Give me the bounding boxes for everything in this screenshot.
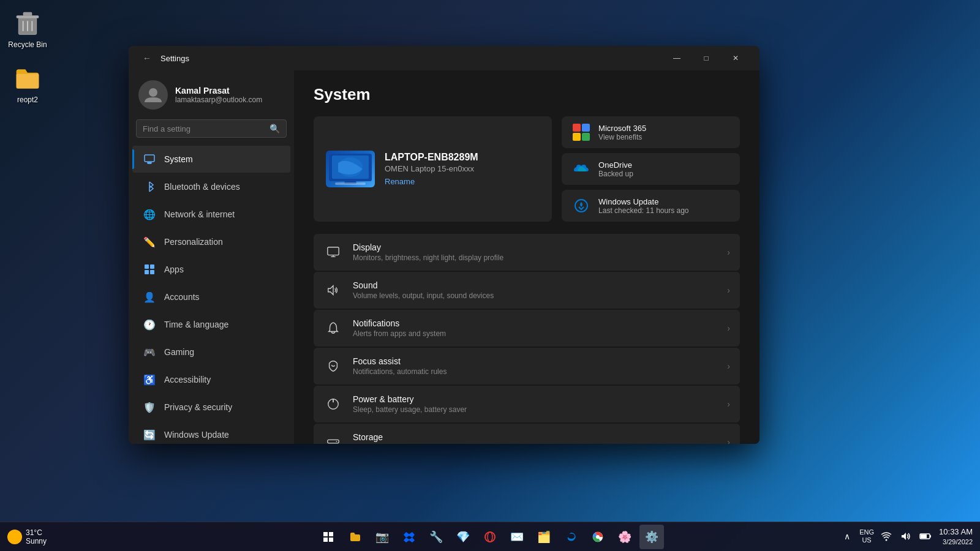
- weather-info: 31°C Sunny: [26, 528, 47, 545]
- maximize-button[interactable]: □: [692, 48, 720, 68]
- svg-rect-2: [23, 12, 32, 16]
- user-profile[interactable]: Kamal Prasat lamaktasarp@outlook.com: [129, 70, 294, 117]
- edge-button[interactable]: [559, 525, 583, 549]
- svg-rect-26: [328, 440, 339, 443]
- settings-taskbar-button[interactable]: ⚙️: [639, 525, 664, 549]
- user-info: Kamal Prasat lamaktasarp@outlook.com: [175, 86, 262, 104]
- svg-point-37: [596, 535, 600, 539]
- wifi-icon[interactable]: [878, 528, 895, 545]
- power-title: Power & battery: [353, 394, 717, 404]
- device-rename-link[interactable]: Rename: [385, 177, 478, 186]
- onedrive-status: Backed up: [598, 170, 633, 178]
- window-title: Settings: [160, 54, 663, 63]
- user-email: lamaktasarp@outlook.com: [175, 96, 262, 104]
- svg-rect-32: [323, 538, 328, 542]
- ms365-icon: [571, 122, 591, 142]
- sidebar-item-apps[interactable]: Apps: [132, 256, 290, 283]
- back-button[interactable]: ←: [138, 50, 156, 67]
- clock[interactable]: 10:33 AM 3/29/2022: [939, 527, 973, 547]
- sidebar-item-network[interactable]: 🌐 Network & internet: [132, 201, 290, 228]
- app-button-1[interactable]: 💎: [451, 525, 475, 549]
- right-panel: System: [294, 70, 760, 444]
- settings-window: ← Settings — □ ✕: [129, 46, 760, 444]
- settings-item-notifications[interactable]: Notifications Alerts from apps and syste…: [314, 310, 740, 347]
- accounts-nav-icon: 👤: [142, 290, 157, 304]
- display-icon: [323, 242, 343, 262]
- folder-desktop-icon[interactable]: reopt2: [3, 61, 52, 107]
- device-name: LAPTOP-ENB8289M: [385, 152, 478, 163]
- recycle-bin-label: Recycle Bin: [8, 40, 47, 49]
- minimize-button[interactable]: —: [663, 48, 691, 68]
- weather-sun-icon: [7, 530, 22, 544]
- ms365-status: View benefits: [598, 133, 646, 141]
- wu-info: Windows Update Last checked: 11 hours ag…: [598, 197, 688, 215]
- sidebar-item-bluetooth[interactable]: Bluetooth & devices: [132, 173, 290, 200]
- service-card-onedrive[interactable]: OneDrive Backed up: [562, 153, 740, 185]
- settings-item-storage[interactable]: Storage Storage space, drives, configura…: [314, 424, 740, 444]
- language-icon[interactable]: ENGUS: [858, 528, 875, 545]
- svg-rect-18: [344, 181, 356, 184]
- recycle-bin-image: [13, 9, 42, 38]
- wu-icon: [571, 196, 591, 216]
- onedrive-icon: [571, 159, 591, 179]
- sidebar-label-accessibility: Accessibility: [164, 375, 211, 384]
- chrome-button[interactable]: [586, 525, 610, 549]
- notifications-desc: Alerts from apps and system: [353, 329, 717, 338]
- svg-rect-13: [145, 270, 149, 274]
- sound-info: Sound Volume levels, output, input, soun…: [353, 280, 717, 300]
- sound-title: Sound: [353, 280, 717, 290]
- search-box[interactable]: 🔍: [136, 119, 287, 138]
- sidebar-label-apps: Apps: [164, 264, 184, 274]
- svg-point-38: [886, 539, 888, 541]
- sidebar-item-gaming[interactable]: 🎮 Gaming: [132, 339, 290, 365]
- ms365-name: Microsoft 365: [598, 124, 646, 133]
- user-name: Kamal Prasat: [175, 86, 262, 96]
- settings-item-display[interactable]: Display Monitors, brightness, night ligh…: [314, 234, 740, 271]
- settings-item-focus[interactable]: Focus assist Notifications, automatic ru…: [314, 348, 740, 384]
- power-icon: [323, 394, 343, 414]
- dropbox-button[interactable]: [397, 525, 421, 549]
- service-card-wu[interactable]: Windows Update Last checked: 11 hours ag…: [562, 190, 740, 222]
- start-button[interactable]: [316, 525, 341, 549]
- svg-rect-30: [323, 532, 328, 536]
- svg-rect-11: [145, 264, 149, 269]
- storage-chevron: ›: [727, 437, 730, 444]
- settings-item-power[interactable]: Power & battery Sleep, battery usage, ba…: [314, 386, 740, 422]
- sidebar-item-time[interactable]: 🕐 Time & language: [132, 311, 290, 338]
- storage-info: Storage Storage space, drives, configura…: [353, 432, 717, 444]
- sidebar-item-accessibility[interactable]: ♿ Accessibility: [132, 366, 290, 393]
- sidebar-item-update[interactable]: 🔄 Windows Update: [132, 421, 290, 444]
- page-title: System: [314, 85, 740, 104]
- volume-icon[interactable]: [897, 528, 914, 545]
- recycle-bin-icon[interactable]: Recycle Bin: [3, 6, 52, 51]
- services-cards: Microsoft 365 View benefits: [562, 116, 740, 222]
- sidebar-item-accounts[interactable]: 👤 Accounts: [132, 283, 290, 310]
- taskbar: 31°C Sunny 📷: [0, 522, 980, 551]
- weather-widget[interactable]: 31°C Sunny: [7, 528, 47, 545]
- settings-item-sound[interactable]: Sound Volume levels, output, input, soun…: [314, 272, 740, 309]
- search-icon[interactable]: 🔍: [270, 124, 280, 133]
- email-button[interactable]: ✉️: [505, 525, 529, 549]
- camera-button[interactable]: 📷: [370, 525, 394, 549]
- title-bar: ← Settings — □ ✕: [129, 46, 760, 70]
- settings-list: Display Monitors, brightness, night ligh…: [314, 234, 740, 444]
- close-button[interactable]: ✕: [722, 48, 750, 68]
- device-image: [326, 151, 375, 187]
- file-manager-button[interactable]: 🗂️: [532, 525, 556, 549]
- sidebar-item-system[interactable]: System: [132, 146, 290, 173]
- tray-expand-icon[interactable]: ∧: [839, 528, 856, 545]
- user-avatar: [138, 80, 168, 110]
- taskbar-center: 📷 🔧 💎 ✉️ 🗂️: [316, 525, 664, 549]
- file-explorer-button[interactable]: [343, 525, 368, 549]
- device-card: LAPTOP-ENB8289M OMEN Laptop 15-en0xxx Re…: [314, 116, 552, 222]
- network-nav-icon: 🌐: [142, 207, 157, 222]
- sidebar-item-privacy[interactable]: 🛡️ Privacy & security: [132, 394, 290, 421]
- opera-button[interactable]: [478, 525, 502, 549]
- steam-button[interactable]: 🔧: [424, 525, 448, 549]
- search-input[interactable]: [143, 124, 270, 133]
- app-button-2[interactable]: 🌸: [612, 525, 637, 549]
- sidebar-item-personalization[interactable]: ✏️ Personalization: [132, 228, 290, 255]
- service-card-ms365[interactable]: Microsoft 365 View benefits: [562, 116, 740, 148]
- battery-icon[interactable]: [917, 528, 934, 545]
- display-chevron: ›: [727, 247, 730, 257]
